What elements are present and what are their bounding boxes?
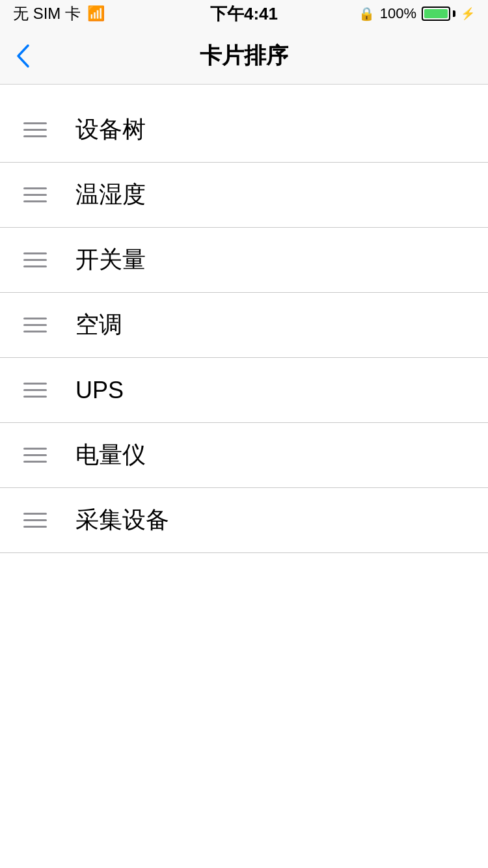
item-label: 温湿度 — [75, 179, 146, 211]
card-sort-list: 设备树 温湿度 开关量 空调 — [0, 85, 488, 553]
status-right: 🔒 100% ⚡ — [359, 5, 475, 22]
item-label: UPS — [75, 377, 124, 404]
lightning-icon: ⚡ — [461, 7, 475, 21]
item-label: 空调 — [75, 309, 122, 341]
status-left: 无 SIM 卡 📶 — [13, 3, 105, 24]
list-item-cai-ji-shebei[interactable]: 采集设备 — [0, 488, 488, 553]
item-label: 电量仪 — [75, 439, 146, 471]
battery-percent: 100% — [380, 5, 416, 22]
battery-tip — [453, 10, 455, 17]
status-time: 下午4:41 — [210, 3, 278, 25]
drag-handle[interactable] — [23, 181, 52, 210]
item-label: 开关量 — [75, 244, 146, 276]
back-button[interactable] — [16, 44, 30, 68]
drag-handle[interactable] — [23, 116, 52, 144]
item-label: 采集设备 — [75, 504, 169, 536]
drag-handle[interactable] — [23, 376, 52, 405]
drag-handle[interactable] — [23, 246, 52, 275]
drag-handle[interactable] — [23, 311, 52, 340]
nav-bar: 卡片排序 — [0, 27, 488, 85]
list-item-wen-shidu[interactable]: 温湿度 — [0, 163, 488, 228]
list-item-dian-liang-yi[interactable]: 电量仪 — [0, 423, 488, 488]
wifi-icon: 📶 — [87, 5, 105, 22]
item-label: 设备树 — [75, 114, 146, 146]
status-bar: 无 SIM 卡 📶 下午4:41 🔒 100% ⚡ — [0, 0, 488, 27]
list-item-shebei-shu[interactable]: 设备树 — [0, 98, 488, 163]
no-sim-label: 无 SIM 卡 — [13, 3, 81, 24]
list-item-kong-tiao[interactable]: 空调 — [0, 293, 488, 358]
drag-handle[interactable] — [23, 506, 52, 535]
lock-icon: 🔒 — [359, 6, 375, 21]
drag-handle[interactable] — [23, 441, 52, 470]
list-item-ups[interactable]: UPS — [0, 358, 488, 423]
battery-body — [422, 7, 450, 21]
page-title: 卡片排序 — [200, 41, 288, 71]
battery-icon — [422, 7, 455, 21]
list-item-kai-guan-liang[interactable]: 开关量 — [0, 228, 488, 293]
battery-fill — [424, 9, 448, 18]
